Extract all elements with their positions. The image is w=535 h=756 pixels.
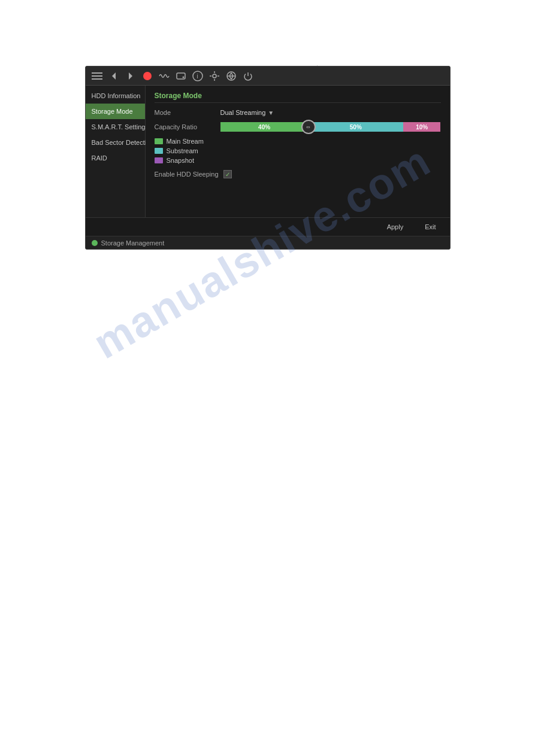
sidebar-item-bad-sector[interactable]: Bad Sector Detection: [86, 135, 145, 150]
legend-color-substream: [155, 148, 163, 154]
legend-label-substream: Substream: [167, 147, 198, 154]
settings-icon[interactable]: [208, 69, 221, 83]
svg-point-12: [213, 74, 216, 78]
record-icon[interactable]: [141, 69, 154, 83]
legend-item-snapshot: Snapshot: [155, 157, 441, 164]
status-dot-icon: [92, 240, 98, 246]
status-bar: Storage Management: [86, 236, 450, 249]
svg-rect-2: [92, 72, 102, 74]
svg-point-9: [182, 76, 184, 78]
hdd-sleeping-label: Enable HDD Sleeping: [155, 171, 219, 178]
info-icon[interactable]: i: [191, 69, 204, 83]
main-area: HDD Information Storage Mode S.M.A.R.T. …: [86, 86, 450, 217]
legend-section: Main Stream Substream Snapshot: [155, 138, 441, 164]
hdd-sleeping-row: Enable HDD Sleeping ✓: [155, 170, 441, 178]
svg-rect-3: [92, 75, 102, 77]
svg-text:i: i: [197, 73, 198, 80]
svg-rect-4: [92, 78, 102, 80]
legend-label-snapshot: Snapshot: [167, 157, 194, 164]
dropdown-arrow-icon: ▼: [268, 110, 274, 116]
dvr-window: i: [85, 66, 451, 250]
sidebar-item-hdd-information[interactable]: HDD Information: [86, 88, 145, 104]
legend-color-snapshot: [155, 157, 163, 163]
legend-item-main-stream: Main Stream: [155, 138, 441, 145]
svg-point-7: [143, 72, 152, 80]
mode-label: Mode: [155, 109, 220, 116]
capacity-bar-container: 40% ⇔ 50% 10%: [220, 122, 441, 132]
bottom-bar: Apply Exit: [86, 217, 450, 236]
power-icon[interactable]: [241, 69, 255, 83]
bar-segment-snapshot: 10%: [403, 122, 441, 132]
capacity-ratio-row: Capacity Ratio 40% ⇔ 50% 10%: [155, 122, 441, 132]
handle-arrows-icon: ⇔: [306, 125, 310, 130]
sidebar-item-smart-settings[interactable]: S.M.A.R.T. Settings: [86, 119, 145, 135]
forward-icon[interactable]: [124, 69, 137, 83]
back-icon[interactable]: [107, 69, 120, 83]
legend-color-main-stream: [155, 138, 163, 144]
bar-segment-main-stream: 40%: [220, 122, 309, 132]
wave-icon[interactable]: [158, 69, 171, 83]
svg-marker-6: [129, 72, 132, 80]
svg-rect-8: [177, 73, 185, 79]
mode-row: Mode Dual Streaming ▼: [155, 109, 441, 116]
status-text: Storage Management: [101, 239, 165, 247]
hdd-sleeping-checkbox[interactable]: ✓: [223, 170, 232, 178]
content-panel: Storage Mode Mode Dual Streaming ▼ Capac…: [146, 86, 450, 217]
legend-item-substream: Substream: [155, 147, 441, 154]
bar-handle-1[interactable]: ⇔: [301, 120, 316, 134]
capacity-bar: 40% ⇔ 50% 10%: [220, 122, 441, 132]
sidebar-item-storage-mode[interactable]: Storage Mode: [86, 104, 145, 119]
network-icon[interactable]: [225, 69, 238, 83]
svg-marker-5: [112, 72, 116, 80]
menu-icon[interactable]: [90, 69, 104, 83]
panel-title: Storage Mode: [155, 92, 441, 103]
mode-value[interactable]: Dual Streaming ▼: [220, 109, 441, 116]
capacity-ratio-label: Capacity Ratio: [155, 123, 220, 130]
apply-button[interactable]: Apply: [382, 221, 409, 232]
sidebar-item-raid[interactable]: RAID: [86, 150, 145, 166]
bar-segment-substream: 50%: [309, 122, 403, 132]
exit-button[interactable]: Exit: [420, 221, 440, 232]
sidebar: HDD Information Storage Mode S.M.A.R.T. …: [86, 86, 146, 217]
legend-label-main-stream: Main Stream: [167, 138, 204, 145]
hdd-icon[interactable]: [174, 69, 188, 83]
toolbar: i: [86, 66, 450, 86]
